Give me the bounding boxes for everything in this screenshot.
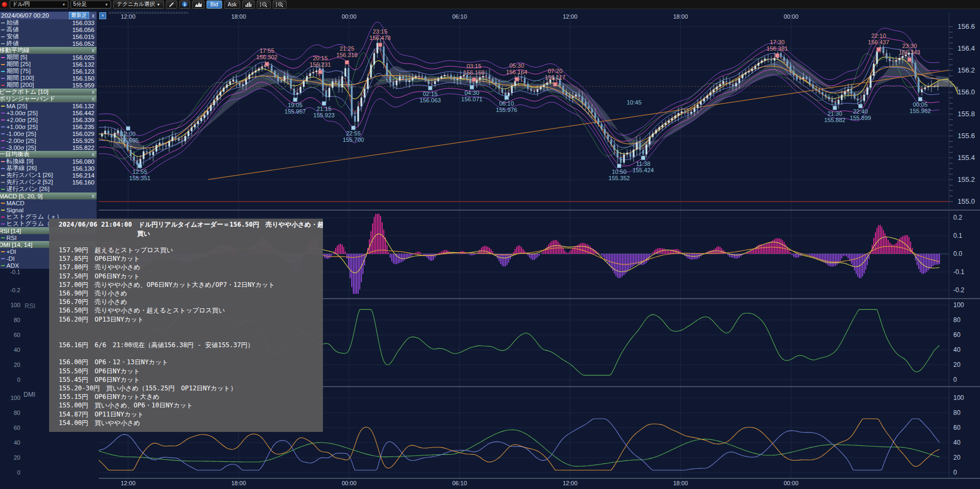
svg-text:156.381: 156.381 [766, 45, 788, 52]
chevron-down-icon: ▼ [105, 3, 108, 6]
svg-text:22:40: 22:40 [853, 108, 868, 115]
svg-text:80: 80 [14, 410, 20, 416]
svg-text:02:15: 02:15 [423, 91, 438, 97]
svg-text:155.8: 155.8 [958, 110, 975, 118]
zoom-out-button[interactable] [257, 1, 271, 9]
svg-text:156.164: 156.164 [506, 69, 527, 75]
svg-text:60: 60 [953, 331, 961, 339]
ask-toggle[interactable]: Ask [224, 1, 241, 9]
pair-label: ドル/円 [12, 1, 30, 8]
svg-text:00:00: 00:00 [784, 13, 799, 20]
order-level-row: 157.50円 OP6日NYカット [49, 272, 323, 280]
latest-bar-button[interactable]: 最新足 [69, 12, 89, 19]
close-icon[interactable]: x [91, 13, 96, 19]
indicator-row: +1.00σ [25]156.235 [0, 123, 97, 130]
svg-text:100: 100 [953, 301, 964, 309]
ask-label: Ask [228, 2, 237, 7]
svg-text:156.0: 156.0 [958, 88, 975, 96]
timeframe-label: 5分足 [73, 1, 87, 8]
svg-text:155.4: 155.4 [958, 154, 975, 162]
svg-text:60: 60 [14, 332, 20, 338]
svg-text:100: 100 [11, 395, 20, 401]
volume-histogram-button[interactable] [242, 1, 255, 9]
section-header: ボリンジャーバンドx [0, 95, 97, 102]
svg-text:40: 40 [953, 346, 961, 354]
close-icon[interactable]: x [91, 151, 96, 157]
svg-text:00:00: 00:00 [342, 13, 357, 20]
order-level-row [49, 332, 323, 341]
svg-text:18:00: 18:00 [231, 480, 246, 486]
series-color-tick [1, 237, 5, 238]
svg-text:12:00: 12:00 [563, 480, 578, 486]
indicator-row: +2.00σ [25]156.339 [0, 116, 97, 123]
svg-text:40: 40 [14, 347, 20, 353]
svg-text:20: 20 [14, 362, 20, 368]
order-level-row [49, 349, 323, 358]
close-icon[interactable]: x [91, 193, 96, 199]
bar-datetime: 2024/06/07 00:20 [1, 12, 69, 19]
zoom-in-button[interactable] [273, 1, 287, 9]
indicator-row: MACD [0, 199, 97, 206]
svg-text:-0.1: -0.1 [10, 269, 20, 275]
svg-text:00:00: 00:00 [784, 480, 799, 486]
section-header: MACD [5, 20, 9]x [0, 193, 97, 199]
indicator-row: 遅行スパン [26] [0, 186, 97, 193]
record-icon [2, 2, 7, 7]
svg-text:21:30: 21:30 [827, 110, 842, 117]
close-icon[interactable]: x [91, 89, 96, 95]
drag-handle[interactable] [109, 12, 189, 14]
svg-text:60: 60 [14, 424, 20, 431]
technical-select-label: テクニカル選択 [117, 1, 155, 8]
svg-text:156.160: 156.160 [463, 69, 485, 76]
svg-text:17:30: 17:30 [770, 39, 785, 45]
realtime-order-tooltip: 2024/06/06 21:04:00 ドル円リアルタイムオーダー＝156.50… [49, 219, 323, 432]
svg-text:00:05: 00:05 [913, 101, 928, 108]
order-level-row: 154.87円 OP11日NYカット [49, 410, 323, 419]
close-icon[interactable]: x [99, 12, 106, 19]
svg-text:156.4: 156.4 [958, 44, 975, 52]
svg-text:155.424: 155.424 [633, 167, 654, 173]
svg-text:06:10: 06:10 [499, 100, 514, 107]
svg-text:155.6: 155.6 [958, 132, 975, 140]
info-button[interactable]: i [179, 1, 190, 9]
timeframe-select[interactable]: 5分足 ▼ [70, 1, 111, 9]
indicator-row: -3.00σ [25]155.822 [0, 144, 97, 151]
order-level-row: 157.90円 超えるとストップロス買い [49, 246, 323, 254]
order-level-row: 155.50円 OP6日NYカット [49, 367, 323, 375]
order-level-row: 157.80円 売りやや小さめ [49, 263, 323, 271]
svg-text:07:20: 07:20 [548, 68, 563, 74]
chart-style-button[interactable] [192, 1, 204, 9]
bid-toggle[interactable]: Bid [207, 1, 222, 9]
svg-text:20: 20 [953, 361, 961, 368]
svg-text:-0.1: -0.1 [953, 268, 965, 276]
order-level-row: 155.20-30円 買い小さめ（155.25円 OP12日NYカット） [49, 384, 323, 392]
svg-text:18:00: 18:00 [673, 480, 688, 486]
svg-text:10:50: 10:50 [612, 169, 627, 175]
close-icon[interactable]: x [91, 47, 96, 53]
svg-text:155.882: 155.882 [824, 117, 845, 123]
svg-text:20: 20 [953, 454, 961, 461]
series-color-tick [1, 217, 5, 218]
draw-pencil-button[interactable] [166, 1, 177, 9]
series-color-tick [1, 57, 5, 58]
toolbar: ドル/円 ▼ 5分足 ▼ テクニカル選択 ▼ i Bid Ask [0, 0, 980, 9]
svg-text:20: 20 [14, 454, 20, 461]
technical-select-button[interactable]: テクニカル選択 ▼ [113, 1, 164, 9]
tooltip-title-wrap: 買い [49, 229, 323, 238]
pair-select[interactable]: ドル/円 ▼ [10, 1, 68, 9]
order-level-row: 156.16円 6/6 21:00現在（高値156.38円 - 安値155.37… [49, 341, 323, 349]
order-level-row: 156.00円 OP6・12・13日NYカット [49, 358, 323, 366]
svg-text:21:15: 21:15 [317, 106, 331, 112]
svg-text:100: 100 [11, 302, 20, 308]
indicator-row: +3.00σ [25]156.442 [0, 109, 97, 116]
svg-text:22:10: 22:10 [871, 33, 886, 39]
svg-text:12:00: 12:00 [563, 13, 578, 20]
svg-text:-0.2: -0.2 [10, 287, 20, 293]
series-color-tick [1, 223, 5, 225]
svg-text:156.318: 156.318 [336, 52, 358, 58]
close-icon[interactable]: x [91, 96, 96, 102]
svg-text:0: 0 [17, 469, 20, 476]
order-level-row: 155.00円 買い小さめ、OP6・10日NYカット [49, 401, 323, 410]
area-chart-icon [195, 2, 202, 7]
series-color-tick [1, 258, 5, 259]
